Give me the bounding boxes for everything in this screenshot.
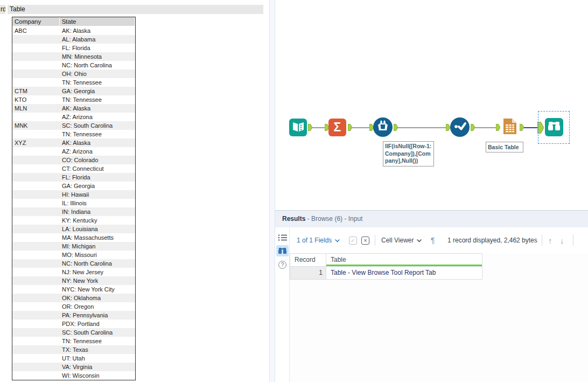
tool-summarize[interactable]: Σ	[328, 119, 346, 136]
input-anchor-select[interactable]	[446, 124, 450, 131]
report-table-row: AZ: Arizona	[12, 147, 135, 156]
multi-row-formula-annotation[interactable]: IIF(isNull([Row-1:Company]),[Company],Nu…	[383, 141, 434, 166]
report-cell-state: IL: Illinois	[60, 199, 135, 207]
report-table-row: MLNAK: Alaska	[12, 104, 135, 113]
report-table-header-state: State	[60, 17, 135, 26]
toolbar-separator	[573, 235, 573, 246]
report-cell-state: TN: Tennessee	[60, 78, 135, 87]
input-anchor-table[interactable]	[496, 124, 500, 131]
tool-input-data[interactable]	[289, 119, 307, 136]
select-all-checkbox-icon[interactable]: ✓	[349, 227, 357, 253]
report-cell-state: FL: Florida	[60, 44, 135, 52]
report-cell-company	[12, 251, 60, 259]
report-cell-company	[12, 345, 60, 354]
output-anchor-table[interactable]	[520, 124, 524, 131]
report-cell-company	[12, 156, 60, 164]
report-cell-state: NY: New York	[60, 276, 135, 285]
report-cell-state: KY: Kentucky	[60, 216, 135, 225]
report-table-row: CTMGA: Georgia	[12, 87, 135, 95]
wire-table-browse-selected[interactable]	[523, 127, 538, 128]
report-table-row: AZ: Arizona	[12, 113, 135, 121]
sigma-icon: Σ	[334, 121, 341, 134]
report-cell-company	[12, 320, 60, 328]
report-cell-company	[12, 207, 60, 216]
alteryx-designer-window: rd Table Company State ABCAK: AlaskaAL: …	[0, 0, 588, 382]
binoculars-icon	[548, 120, 561, 134]
report-cell-state: MI: Michigan	[60, 242, 135, 251]
deselect-all-icon[interactable]: ×	[361, 227, 369, 253]
report-table-row: SC: South Carolina	[12, 328, 135, 337]
chevron-down-icon	[417, 237, 422, 244]
report-table: Company State ABCAK: AlaskaAL: AlabamaFL…	[12, 17, 136, 380]
browse-view-icon[interactable]	[276, 245, 289, 256]
report-cell-company: KTO	[12, 95, 60, 104]
wire-multirow-select[interactable]	[397, 127, 446, 128]
workflow-canvas[interactable]: Σ	[275, 0, 588, 210]
report-cell-company: MNK	[12, 121, 60, 130]
results-grid-row[interactable]: 1Table - View Browse Tool Report Tab	[290, 267, 482, 280]
output-anchor-select[interactable]	[471, 124, 475, 131]
wire-select-table[interactable]	[474, 127, 496, 128]
report-cell-state: OR: Oregon	[60, 302, 135, 311]
report-cell-state: TN: Tennessee	[60, 95, 135, 104]
report-cell-company	[12, 354, 60, 363]
report-cell-state: VA: Virginia	[60, 363, 135, 371]
report-cell-company	[12, 225, 60, 233]
tool-table[interactable]	[501, 119, 519, 136]
fields-dropdown[interactable]: 1 of 1 Fields	[297, 227, 340, 253]
report-cell-company	[12, 199, 60, 207]
tool-select[interactable]	[450, 117, 470, 137]
help-icon[interactable]: ?	[277, 260, 288, 270]
report-cell-state: NC: North Carolina	[60, 61, 135, 70]
report-table-icon	[501, 117, 519, 137]
report-cell-company	[12, 371, 60, 380]
report-cell-state: OK: Oklahoma	[60, 294, 135, 302]
report-cell-company	[12, 276, 60, 285]
report-cell-state: SC: South Carolina	[60, 121, 135, 130]
scroll-up-icon[interactable]: ↑	[548, 227, 552, 253]
report-column-header-record-partial: rd	[0, 5, 5, 14]
results-grid: Record Table 1Table - View Browse Tool R…	[290, 253, 482, 280]
report-table-row: VA: Virginia	[12, 363, 135, 371]
report-cell-company	[12, 268, 60, 276]
pane-splitter[interactable]	[269, 0, 275, 382]
report-cell-company	[12, 52, 60, 61]
chevron-down-icon	[335, 237, 340, 244]
wire-summarize-multirow[interactable]	[352, 127, 370, 128]
report-cell-company	[12, 363, 60, 371]
pilcrow-icon[interactable]: ¶	[431, 227, 435, 253]
grid-header-table[interactable]: Table	[326, 253, 482, 267]
report-table-row: HI: Hawaii	[12, 190, 135, 199]
tool-browse[interactable]	[545, 118, 563, 136]
wire-input-summarize[interactable]	[312, 127, 325, 128]
basic-table-annotation[interactable]: Basic Table	[486, 142, 523, 152]
report-table-row: XYZAK: Alaska	[12, 138, 135, 147]
report-table-row: TX: Texas	[12, 345, 135, 354]
report-table-row: PA: Pennsylvania	[12, 311, 135, 320]
report-cell-company	[12, 285, 60, 294]
report-table-header-row: Company State	[12, 17, 135, 26]
report-table-row: TN: Tennessee	[12, 337, 135, 345]
report-table-row: MI: Michigan	[12, 242, 135, 251]
grid-cell-table[interactable]: Table - View Browse Tool Report Tab	[326, 267, 482, 280]
report-column-header-table: Table	[8, 5, 263, 14]
report-table-row: KY: Kentucky	[12, 216, 135, 225]
cell-viewer-dropdown[interactable]: Cell Viewer	[381, 227, 422, 253]
report-table-row: ABCAK: Alaska	[12, 26, 135, 35]
report-table-row: CT: Connecticut	[12, 164, 135, 173]
report-cell-company: ABC	[12, 26, 60, 35]
results-icon-strip: ?	[275, 227, 290, 382]
tool-multi-row-formula[interactable]	[373, 117, 393, 137]
output-anchor-summarize[interactable]	[348, 124, 352, 131]
grid-cell-record[interactable]: 1	[290, 267, 326, 280]
report-cell-company	[12, 337, 60, 345]
output-anchor-input[interactable]	[308, 124, 312, 131]
scroll-down-icon[interactable]: ↓	[560, 227, 564, 253]
report-cell-state: OH: Ohio	[60, 70, 135, 78]
report-table-row: MNKSC: South Carolina	[12, 121, 135, 130]
grid-header-record[interactable]: Record	[290, 253, 326, 267]
report-table-row: IL: Illinois	[12, 199, 135, 207]
output-anchor-multirow[interactable]	[394, 124, 398, 131]
metadata-list-icon[interactable]	[277, 232, 288, 242]
report-table-row: NC: North Carolina	[12, 259, 135, 268]
